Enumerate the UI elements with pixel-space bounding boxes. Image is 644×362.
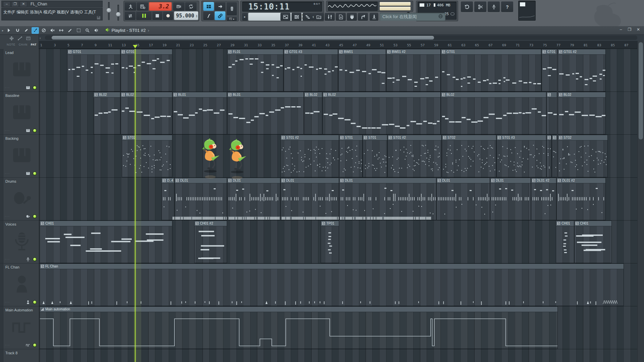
horizontal-scrollbar[interactable]	[45, 36, 637, 40]
track-header-voices[interactable]: Voices···	[0, 221, 39, 263]
drumkit-icon[interactable]	[26, 214, 30, 218]
pattern-clip-dl01[interactable]: DL01	[227, 178, 280, 220]
drum-fill-strip[interactable]	[172, 217, 431, 220]
track-grip[interactable]	[0, 135, 3, 177]
clip-label[interactable]: DL01 #2	[557, 178, 605, 183]
pattern-clip-bw01-#2[interactable]: BW01 #2	[386, 49, 441, 92]
pattern-clip-dl01[interactable]: DL01	[174, 178, 227, 220]
playhead-marker[interactable]	[133, 45, 138, 48]
character-icon[interactable]	[26, 300, 30, 304]
clip-label[interactable]: CH01	[40, 221, 172, 226]
clip-label[interactable]: TP01	[321, 221, 339, 226]
playlist-panel-button[interactable]	[280, 13, 290, 21]
typing-piano-button[interactable]	[173, 2, 184, 11]
pattern-clip-fl-chan[interactable]: FL Chan	[40, 263, 624, 306]
clip-label[interactable]: ST01 #2	[281, 135, 339, 140]
clip-label[interactable]: ST02	[558, 135, 607, 140]
slice-tool[interactable]	[66, 27, 74, 34]
track-name[interactable]: Backing	[5, 136, 18, 140]
track-options[interactable]: ···	[5, 129, 10, 132]
shuffle-knob[interactable]	[227, 2, 237, 15]
track-mute-led[interactable]	[33, 344, 36, 347]
pattern-clip-ch01[interactable]: CH01	[40, 221, 172, 263]
pattern-clip-dl01-#2[interactable]: DL01 #2	[531, 178, 556, 220]
vertical-scrollbar[interactable]	[637, 41, 644, 362]
track-options[interactable]: ···	[5, 300, 10, 304]
clip-label[interactable]: CH01	[556, 221, 574, 226]
clip-label[interactable]: CH01 #2	[195, 221, 227, 226]
menu-item-pattern[interactable]: 模式(P	[43, 9, 56, 15]
line-icon[interactable]	[18, 36, 22, 42]
select-tool[interactable]	[75, 27, 83, 34]
pattern-clip-unnamed[interactable]	[546, 92, 557, 134]
track-name[interactable]: Voices	[5, 222, 16, 226]
menu-item-view[interactable]: 视图(V	[56, 9, 69, 15]
download-button[interactable]	[370, 13, 378, 21]
track-options[interactable]: ···	[5, 343, 10, 347]
microphone-icon[interactable]	[26, 257, 30, 261]
main-volume-slider[interactable]	[108, 2, 110, 20]
clip-label[interactable]: DL01	[437, 178, 490, 183]
pattern-clip-bl01[interactable]: BL01	[227, 92, 304, 134]
playlist-minimize-icon[interactable]: –	[618, 27, 624, 32]
pause-button[interactable]	[136, 11, 152, 20]
scroll-left-button[interactable]: ‹	[40, 36, 41, 40]
automation-icon[interactable]	[26, 343, 30, 347]
clip-label[interactable]: DL01	[339, 178, 436, 183]
track-grip[interactable]	[0, 263, 3, 306]
browser-button[interactable]	[314, 13, 324, 21]
pattern-clip-ch01[interactable]: CH01	[574, 221, 612, 263]
clip-label[interactable]: ST01 #2	[388, 135, 441, 140]
clip-label[interactable]: BL01	[173, 92, 227, 98]
track-name[interactable]: Lead	[5, 51, 13, 55]
clip-label[interactable]: BL02	[323, 92, 440, 98]
move-icon[interactable]	[9, 36, 14, 42]
plugin-button[interactable]	[347, 13, 357, 21]
volume-knob[interactable]	[107, 8, 111, 12]
typing-keyboard-button[interactable]	[203, 11, 214, 20]
clip-label[interactable]: ST02	[442, 135, 496, 140]
clip-label[interactable]: DL01	[490, 178, 531, 183]
main-pitch-slider[interactable]	[117, 5, 119, 21]
undo-button[interactable]	[461, 1, 473, 12]
pattern-clip-st02[interactable]: ST02	[122, 135, 172, 177]
pencil-tool[interactable]	[23, 27, 30, 34]
news-bar[interactable]: Click for 在线新闻	[380, 13, 445, 21]
pattern-clip-st01-#2[interactable]: ST01 #2	[280, 135, 339, 177]
help-button[interactable]: ?	[501, 1, 513, 12]
follow-playback-button[interactable]	[215, 2, 225, 11]
menu-item-options[interactable]: 选项(O	[69, 9, 83, 15]
clip-label[interactable]: GT01	[441, 49, 541, 55]
pattern-clip-bl02[interactable]: BL02	[120, 92, 172, 134]
pattern-prev-button[interactable]: ▸	[242, 13, 248, 21]
clip-label[interactable]: GT01 #2	[558, 49, 605, 55]
track-header-main-automation[interactable]: Main Automation···	[0, 306, 39, 349]
track-grip[interactable]	[0, 349, 3, 362]
clip-label[interactable]: GT01	[121, 49, 172, 55]
multilink-dropdown[interactable]: 行▸	[227, 17, 237, 21]
playlist-close-icon[interactable]: ✕	[635, 27, 641, 32]
pattern-clip-fl01[interactable]: FL01	[227, 49, 283, 92]
clip-label[interactable]: DL01 #2	[531, 178, 556, 183]
minimize-icon[interactable]: –	[3, 1, 10, 7]
clip-label[interactable]	[547, 92, 557, 98]
track-name[interactable]: Bassline	[5, 94, 19, 98]
track-options[interactable]: ···	[5, 257, 10, 261]
pattern-clip-ch01-#2[interactable]: CH01 #2	[194, 221, 227, 263]
tab-pat[interactable]: PAT	[31, 43, 37, 46]
clip-label[interactable]: BL02	[304, 92, 322, 98]
clip-label[interactable]: BL02	[441, 92, 546, 98]
pattern-clip-gt01[interactable]: GT01	[120, 49, 172, 92]
clip-label[interactable]: D..4	[162, 178, 174, 183]
track-header-track-8[interactable]: Track 8···	[0, 349, 39, 362]
pattern-clip-ch01[interactable]: CH01	[556, 221, 574, 263]
track-options[interactable]: ···	[5, 172, 10, 175]
pattern-clip-d..4[interactable]: D..4	[161, 178, 174, 220]
pattern-clip-gt01[interactable]: GT01	[67, 49, 120, 92]
clip-label[interactable]: BW01 #2	[386, 49, 440, 55]
oscilloscope[interactable]	[328, 2, 378, 11]
master-pitch-bar[interactable]	[380, 7, 411, 10]
clip-label[interactable]: GT01	[542, 49, 557, 55]
preview-tool[interactable]	[93, 27, 100, 34]
metronome-button[interactable]	[137, 2, 148, 11]
